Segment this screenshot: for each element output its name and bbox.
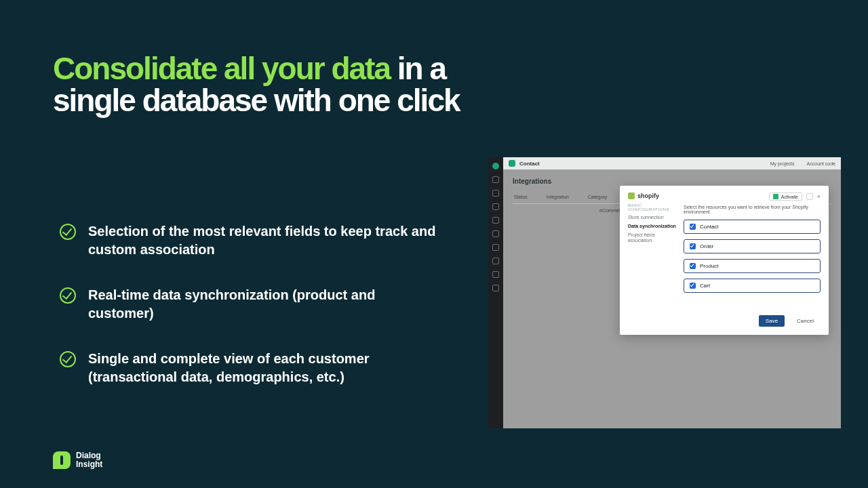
modal-sidebar: shopify BASIC CONFIGURATIONS Store conne… xyxy=(628,192,677,327)
save-button[interactable]: Save xyxy=(759,315,785,327)
feature-text: Single and complete view of each custome… xyxy=(88,350,439,386)
resource-label: Cart xyxy=(700,283,710,289)
brand-mark-icon xyxy=(53,451,71,469)
feature-text: Real-time data synchronization (product … xyxy=(88,286,439,323)
nav-rail-item-icon[interactable] xyxy=(492,176,499,183)
app-titlebar: Contact My projects Account code xyxy=(503,157,841,169)
nav-rail-item-icon[interactable] xyxy=(492,217,499,224)
cell-integration xyxy=(549,208,580,213)
feature-item: Single and complete view of each custome… xyxy=(60,350,439,386)
checkbox-checked-icon[interactable] xyxy=(690,263,696,269)
cell-status xyxy=(514,208,530,213)
checkbox-checked-icon[interactable] xyxy=(690,224,696,230)
activate-label: Activate xyxy=(781,195,798,199)
modal-actions: Save Cancel xyxy=(684,315,821,327)
checkbox-checked-icon[interactable] xyxy=(690,243,696,249)
activate-status-icon xyxy=(773,194,778,199)
shopify-bag-icon xyxy=(628,192,635,199)
modal-brand: shopify xyxy=(628,192,677,199)
app-nav-rail xyxy=(488,157,503,428)
col-category: Category xyxy=(588,195,607,199)
hero-heading: Consolidate all your data in a single da… xyxy=(53,53,473,117)
app-title: Contact xyxy=(519,161,540,167)
modal-nav-data[interactable]: Data synchronization xyxy=(628,224,677,229)
nav-rail-item-icon[interactable] xyxy=(492,203,499,210)
nav-rail-item-icon[interactable] xyxy=(492,285,499,291)
resource-row[interactable]: Order xyxy=(684,239,821,253)
feature-item: Real-time data synchronization (product … xyxy=(60,286,439,323)
app-screenshot: Contact My projects Account code Integra… xyxy=(488,157,841,428)
modal-brand-name: shopify xyxy=(637,192,659,199)
modal-content: Activate × Select the resources you want… xyxy=(684,192,821,327)
brand-lockup: DialogInsight xyxy=(53,451,102,469)
col-status: Status xyxy=(514,195,528,199)
resource-row[interactable]: Cart xyxy=(684,279,821,293)
nav-rail-item-icon[interactable] xyxy=(492,244,499,251)
account-link[interactable]: Account code xyxy=(807,161,835,166)
check-icon xyxy=(60,224,76,240)
resource-row[interactable]: Contact xyxy=(684,220,821,234)
feature-list: Selection of the most relevant fields to… xyxy=(60,222,439,413)
activate-toggle[interactable]: Activate xyxy=(769,192,802,201)
cancel-button[interactable]: Cancel xyxy=(790,315,821,327)
nav-rail-item-icon[interactable] xyxy=(492,271,499,278)
expand-icon[interactable] xyxy=(806,193,813,200)
check-icon xyxy=(60,287,76,304)
app-logo-icon xyxy=(509,160,515,167)
checkbox-checked-icon[interactable] xyxy=(690,283,696,289)
integration-modal: shopify BASIC CONFIGURATIONS Store conne… xyxy=(620,186,829,335)
modal-section-label: BASIC CONFIGURATIONS xyxy=(628,203,677,211)
projects-link[interactable]: My projects xyxy=(770,161,795,166)
nav-rail-item-icon[interactable] xyxy=(492,190,499,197)
nav-rail-item-icon[interactable] xyxy=(492,230,499,237)
feature-item: Selection of the most relevant fields to… xyxy=(60,222,439,259)
resource-label: Order xyxy=(700,243,713,249)
modal-top-actions: Activate × xyxy=(684,192,821,201)
resource-label: Product xyxy=(700,263,719,269)
feature-text: Selection of the most relevant fields to… xyxy=(88,222,439,259)
col-integration: Integration xyxy=(547,195,569,199)
nav-rail-item-icon[interactable] xyxy=(492,258,499,264)
modal-nav-fields[interactable]: Project fields association xyxy=(628,232,677,243)
page-heading: Integrations xyxy=(513,178,831,185)
nav-rail-logo-icon xyxy=(492,163,499,169)
check-icon xyxy=(60,351,76,367)
modal-nav-store[interactable]: Store connection xyxy=(628,215,677,220)
resource-row[interactable]: Product xyxy=(684,259,821,273)
brand-name: DialogInsight xyxy=(76,451,102,468)
hero-accent: Consolidate all your data xyxy=(53,51,390,86)
resource-label: Contact xyxy=(700,224,719,230)
close-icon[interactable]: × xyxy=(817,193,821,200)
modal-description: Select the resources you want to retriev… xyxy=(684,205,821,214)
